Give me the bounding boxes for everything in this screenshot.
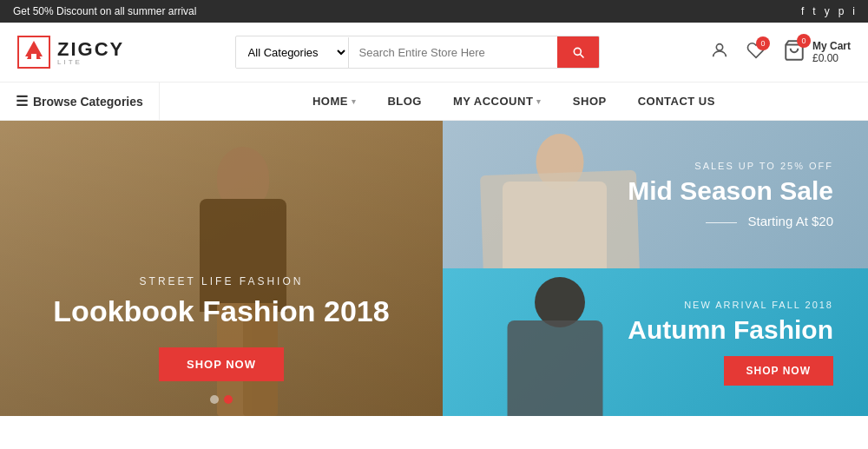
- search-icon: [571, 45, 585, 59]
- hero-right-bottom-content: NEW ARRIVAL FALL 2018 Autumn Fashion SHO…: [628, 300, 833, 386]
- nav-home[interactable]: HOME ▾: [297, 83, 372, 120]
- account-chevron: ▾: [536, 97, 542, 106]
- main-nav: HOME ▾ BLOG MY ACCOUNT ▾ SHOP CONTACT US: [160, 83, 868, 120]
- cart-button[interactable]: 0 My Cart £0.00: [783, 39, 851, 65]
- browse-label: Browse Categories: [33, 95, 143, 109]
- hero-left-subtitle: STREET LIFE FASHION: [35, 275, 408, 287]
- cart-info: My Cart £0.00: [812, 40, 851, 64]
- hero-right-top-title: Mid Season Sale: [628, 176, 833, 205]
- hero-person-right-top-fig: [464, 121, 655, 268]
- social-icons: f t y p i: [801, 5, 855, 17]
- svg-rect-1: [31, 54, 36, 59]
- hero-right-top-sub: Starting At $20: [628, 214, 833, 228]
- dot-1[interactable]: [210, 395, 219, 404]
- twitter-icon[interactable]: t: [812, 5, 815, 17]
- cart-total: £0.00: [812, 52, 851, 64]
- account-icon-btn[interactable]: [710, 41, 729, 63]
- hero-left-shop-btn[interactable]: SHOP NOW: [159, 347, 284, 381]
- nav-shop[interactable]: SHOP: [557, 83, 622, 120]
- promo-text: Get 50% Discount on all summer arrival: [13, 5, 196, 17]
- hero-right-top-label: SALES UP TO 25% OFF: [628, 161, 833, 171]
- logo-text-wrapper: ZIGCY LITE: [57, 38, 124, 66]
- youtube-icon[interactable]: y: [825, 5, 830, 17]
- wishlist-icon-btn[interactable]: 0: [746, 41, 766, 63]
- hero-left-panel: STREET LIFE FASHION Lookbook Fashion 201…: [0, 121, 443, 416]
- browse-categories[interactable]: ☰ Browse Categories: [0, 83, 160, 120]
- search-bar: All Categories Men Women Kids Accessorie…: [235, 36, 600, 69]
- nav-blog[interactable]: BLOG: [372, 83, 437, 120]
- home-chevron: ▾: [352, 97, 357, 106]
- hero-left-title: Lookbook Fashion 2018: [35, 294, 408, 328]
- slider-dots: [210, 395, 233, 404]
- cart-icon-wrapper: 0: [783, 39, 806, 65]
- category-select[interactable]: All Categories Men Women Kids Accessorie…: [236, 37, 349, 68]
- nav-contact[interactable]: CONTACT US: [622, 83, 731, 120]
- hero-right-bottom-shop-btn[interactable]: SHOP NOW: [724, 356, 833, 386]
- header-icons: 0 0 My Cart £0.00: [710, 39, 851, 65]
- logo[interactable]: ZIGCY LITE: [17, 36, 124, 69]
- hero-right-top-panel: SALES UP TO 25% OFF Mid Season Sale Star…: [443, 121, 868, 268]
- nav-account[interactable]: MY ACCOUNT ▾: [437, 83, 557, 120]
- hero-left-content: STREET LIFE FASHION Lookbook Fashion 201…: [35, 275, 408, 381]
- instagram-icon[interactable]: i: [852, 5, 855, 17]
- header: ZIGCY LITE All Categories Men Women Kids…: [0, 23, 868, 83]
- hero-right-panel: SALES UP TO 25% OFF Mid Season Sale Star…: [443, 121, 868, 416]
- hero-section: STREET LIFE FASHION Lookbook Fashion 201…: [0, 121, 868, 416]
- wishlist-badge: 0: [756, 36, 770, 50]
- cart-badge: 0: [797, 34, 811, 48]
- hero-right-top-content: SALES UP TO 25% OFF Mid Season Sale Star…: [628, 161, 833, 228]
- facebook-icon[interactable]: f: [801, 5, 804, 17]
- logo-icon: [17, 36, 50, 69]
- search-button[interactable]: [557, 36, 599, 68]
- cart-label: My Cart: [812, 40, 851, 52]
- hero-person-right-bottom-fig: [464, 268, 655, 416]
- top-bar: Get 50% Discount on all summer arrival f…: [0, 0, 868, 23]
- svg-point-2: [716, 44, 722, 50]
- search-input[interactable]: [349, 38, 557, 67]
- nav-bar: ☰ Browse Categories HOME ▾ BLOG MY ACCOU…: [0, 83, 868, 121]
- dot-2[interactable]: [224, 395, 233, 404]
- user-icon: [710, 41, 729, 60]
- hero-right-bottom-label: NEW ARRIVAL FALL 2018: [628, 300, 833, 310]
- hero-right-bottom-panel: NEW ARRIVAL FALL 2018 Autumn Fashion SHO…: [443, 268, 868, 416]
- hero-right-bottom-title: Autumn Fashion: [628, 315, 833, 344]
- pinterest-icon[interactable]: p: [838, 5, 845, 17]
- hamburger-icon: ☰: [16, 93, 28, 109]
